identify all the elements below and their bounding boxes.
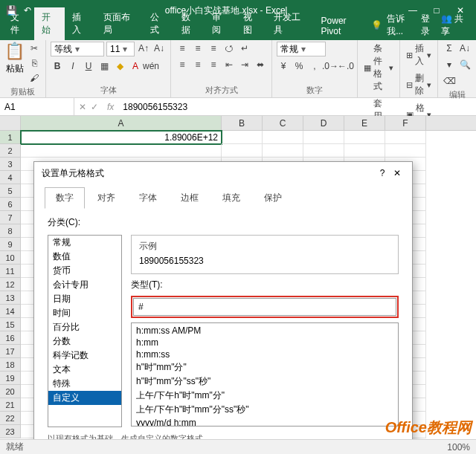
cell[interactable] bbox=[222, 144, 263, 158]
wrap-text-icon[interactable]: ↵ bbox=[238, 42, 251, 55]
row-header[interactable]: 7 bbox=[0, 211, 21, 224]
border-icon[interactable]: ▦ bbox=[97, 59, 111, 73]
row-header[interactable]: 13 bbox=[0, 291, 21, 305]
category-item[interactable]: 特殊 bbox=[48, 377, 121, 391]
font-size-combo[interactable]: 11▾ bbox=[106, 42, 135, 56]
row-header[interactable]: 1 bbox=[0, 131, 21, 144]
format-code-item[interactable]: h:mm:ss bbox=[136, 348, 393, 360]
category-item[interactable]: 常规 bbox=[48, 236, 121, 250]
fx-icon[interactable]: fx bbox=[103, 102, 118, 112]
insert-cells-button[interactable]: ⊞ 插入 ▾ bbox=[405, 42, 433, 68]
cell[interactable] bbox=[385, 131, 426, 144]
tab-review[interactable]: 审阅 bbox=[205, 7, 236, 40]
row-header[interactable]: 14 bbox=[0, 305, 21, 318]
clear-icon[interactable]: ⌫ bbox=[443, 74, 456, 88]
cell[interactable] bbox=[344, 131, 385, 144]
phonetic-icon[interactable]: wén bbox=[144, 59, 158, 73]
dialog-close-icon[interactable]: ✕ bbox=[390, 168, 405, 178]
align-middle-icon[interactable]: ≡ bbox=[191, 42, 205, 55]
row-header[interactable]: 5 bbox=[0, 184, 21, 198]
tell-me[interactable]: 告诉我... bbox=[387, 13, 416, 38]
enter-formula-icon[interactable]: ✓ bbox=[91, 102, 98, 112]
dlg-tab-border[interactable]: 边框 bbox=[170, 187, 210, 209]
row-header[interactable]: 22 bbox=[0, 412, 21, 425]
decrease-decimal-icon[interactable]: ←.0 bbox=[339, 59, 353, 73]
row-header[interactable]: 4 bbox=[0, 171, 21, 184]
find-icon[interactable]: 🔍 bbox=[458, 58, 472, 71]
category-item[interactable]: 分数 bbox=[48, 334, 121, 348]
row-header[interactable]: 12 bbox=[0, 278, 21, 291]
format-code-item[interactable]: h"时"mm"分"ss"秒" bbox=[136, 374, 393, 389]
category-item[interactable]: 百分比 bbox=[48, 320, 121, 334]
autosum-icon[interactable]: Σ bbox=[443, 42, 456, 55]
tab-data[interactable]: 数据 bbox=[174, 7, 205, 40]
bold-button[interactable]: B bbox=[51, 59, 64, 73]
row-header[interactable]: 18 bbox=[0, 358, 21, 372]
dlg-tab-font[interactable]: 字体 bbox=[128, 187, 168, 209]
percent-icon[interactable]: % bbox=[292, 59, 306, 73]
name-box[interactable]: A1 bbox=[0, 98, 74, 115]
share-button[interactable]: 👥 共享 bbox=[441, 13, 469, 38]
tab-home[interactable]: 开始 bbox=[34, 7, 65, 40]
align-left-icon[interactable]: ≡ bbox=[176, 58, 189, 71]
decrease-font-icon[interactable]: A↓ bbox=[152, 42, 166, 55]
fill-icon[interactable]: ▾ bbox=[443, 58, 456, 71]
category-listbox[interactable]: 常规数值货币会计专用日期时间百分比分数科学记数文本特殊自定义 bbox=[48, 235, 122, 427]
number-format-combo[interactable]: 常规▾ bbox=[277, 42, 326, 56]
copy-icon[interactable]: ⎘ bbox=[28, 56, 41, 70]
tab-developer[interactable]: 开发工具 bbox=[266, 7, 313, 40]
format-code-item[interactable]: h"时"mm"分" bbox=[136, 360, 393, 374]
cell[interactable] bbox=[21, 144, 222, 158]
format-code-item[interactable]: 上午/下午h"时"mm"分" bbox=[136, 389, 393, 403]
increase-indent-icon[interactable]: ⇥ bbox=[238, 58, 251, 71]
sort-filter-icon[interactable]: A↓ bbox=[458, 42, 472, 55]
row-header[interactable]: 20 bbox=[0, 385, 21, 398]
row-header[interactable]: 23 bbox=[0, 425, 21, 438]
row-header[interactable]: 6 bbox=[0, 198, 21, 211]
currency-icon[interactable]: ¥ bbox=[277, 59, 290, 73]
format-code-item[interactable]: yyyy/m/d h:mm bbox=[136, 417, 393, 427]
row-header[interactable]: 21 bbox=[0, 398, 21, 412]
italic-button[interactable]: I bbox=[66, 59, 80, 73]
col-header-A[interactable]: A bbox=[21, 116, 222, 130]
align-top-icon[interactable]: ≡ bbox=[176, 42, 189, 55]
row-header[interactable]: 19 bbox=[0, 372, 21, 385]
category-item[interactable]: 自定义 bbox=[48, 391, 121, 405]
category-item[interactable]: 时间 bbox=[48, 306, 121, 320]
delete-cells-button[interactable]: ⊟ 删除 ▾ bbox=[405, 71, 433, 98]
dlg-tab-fill[interactable]: 填充 bbox=[211, 187, 251, 209]
align-center-icon[interactable]: ≡ bbox=[191, 58, 205, 71]
dlg-tab-protect[interactable]: 保护 bbox=[253, 187, 293, 209]
cell[interactable] bbox=[303, 131, 344, 144]
row-header[interactable]: 10 bbox=[0, 251, 21, 265]
tab-view[interactable]: 视图 bbox=[236, 7, 267, 40]
cell[interactable] bbox=[344, 144, 385, 158]
category-item[interactable]: 科学记数 bbox=[48, 348, 121, 363]
format-painter-icon[interactable]: 🖌 bbox=[28, 71, 41, 85]
row-header[interactable]: 11 bbox=[0, 265, 21, 278]
row-header[interactable]: 8 bbox=[0, 224, 21, 238]
merge-icon[interactable]: ⬌ bbox=[254, 58, 267, 71]
col-header-C[interactable]: C bbox=[263, 116, 303, 130]
cell[interactable] bbox=[222, 131, 263, 144]
col-header-D[interactable]: D bbox=[303, 116, 344, 130]
decrease-indent-icon[interactable]: ⇤ bbox=[222, 58, 236, 71]
tab-formula[interactable]: 公式 bbox=[143, 7, 174, 40]
font-color-icon[interactable]: A bbox=[129, 59, 142, 73]
format-codes-listbox[interactable]: h:mm:ss AM/PMh:mmh:mm:ssh"时"mm"分"h"时"mm"… bbox=[131, 322, 399, 427]
orientation-icon[interactable]: ⭯ bbox=[222, 42, 236, 55]
cell[interactable] bbox=[385, 144, 426, 158]
format-code-item[interactable]: 上午/下午h"时"mm"分"ss"秒" bbox=[136, 403, 393, 417]
type-input[interactable] bbox=[133, 298, 396, 316]
tab-page-layout[interactable]: 页面布局 bbox=[96, 7, 143, 40]
cancel-formula-icon[interactable]: ✕ bbox=[79, 102, 86, 112]
formula-input[interactable]: 1890056155323 bbox=[118, 102, 476, 112]
zoom-level[interactable]: 100% bbox=[447, 442, 470, 453]
format-code-item[interactable]: h:mm bbox=[136, 337, 393, 348]
tab-file[interactable]: 文件 bbox=[3, 7, 34, 40]
category-item[interactable]: 数值 bbox=[48, 250, 121, 264]
align-bottom-icon[interactable]: ≡ bbox=[207, 42, 220, 55]
row-header[interactable]: 3 bbox=[0, 158, 21, 171]
col-header-F[interactable]: F bbox=[385, 116, 426, 130]
row-header[interactable]: 2 bbox=[0, 144, 21, 158]
